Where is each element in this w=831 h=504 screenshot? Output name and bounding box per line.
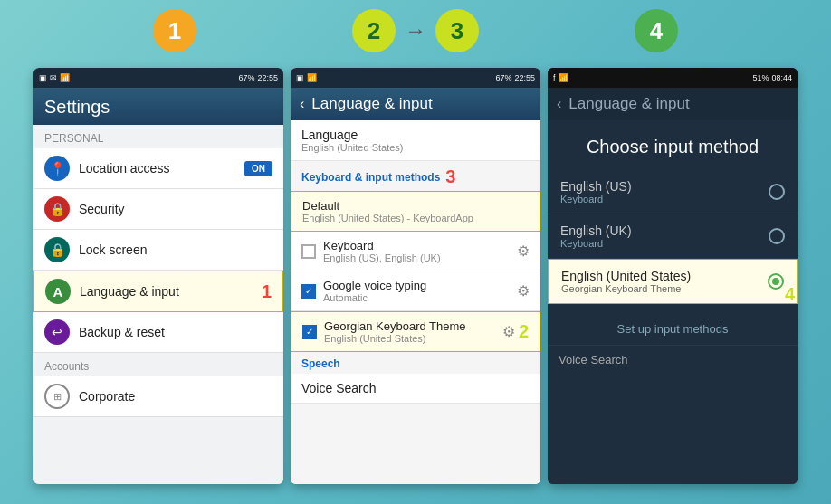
settings-item-language[interactable]: A Language & input 1 [33,271,283,312]
status-icons-left-3: f 📶 [553,73,568,82]
georgian-option-title: English (United States) [561,269,768,283]
step-badge-1: 1 [262,281,272,302]
en-uk-radio[interactable] [769,228,785,244]
battery-text-2: 67% [495,73,511,82]
default-title: Default [302,199,529,213]
corporate-icon: ⊞ [44,384,70,409]
georgian-sub: English (United States) [324,333,502,344]
google-voice-item[interactable]: ✓ Google voice typing Automatic ⚙ [291,271,540,311]
step-badge-2: 2 [519,321,529,342]
input-option-georgian[interactable]: English (United States) Georgian Keyboar… [548,259,798,304]
location-icon: 📍 [44,156,70,181]
step-circle-4: 4 [635,9,678,52]
section-accounts: Accounts [33,353,283,376]
language-item[interactable]: Language English (United States) [291,120,540,161]
keyboard-item[interactable]: ✓ Keyboard English (US), English (UK) ⚙ [291,232,540,271]
keyboard-gear-icon[interactable]: ⚙ [517,242,530,260]
language-icon: A [45,279,71,304]
backup-label: Backup & reset [79,325,272,339]
time-1: 22:55 [257,73,278,82]
step-badge-4: 4 [785,284,795,305]
mail-icon: ✉ [50,73,57,82]
keyboard-section-label: Keyboard & input methods [301,171,440,184]
en-uk-title: English (UK) [560,223,769,238]
choose-input-title: Choose input method [548,120,798,170]
settings-item-corporate[interactable]: ⊞ Corporate [33,376,283,417]
battery-text-3: 51% [752,73,769,82]
speech-section-label: Speech [301,357,340,370]
keyboard-title: Keyboard [323,239,517,252]
en-us-radio[interactable] [769,184,785,200]
default-sub: English (United States) - KeyboardApp [302,213,529,223]
screen-3-choose-input: f 📶 51% 08:44 ‹ Language & input Choose … [548,68,798,484]
step-badge-3: 3 [445,166,455,187]
location-label: Location access [79,161,244,176]
settings-title: Settings [44,97,272,118]
georgian-item[interactable]: ✓ Georgian Keyboard Theme English (Unite… [291,311,540,352]
georgian-gear-icon[interactable]: ⚙ [502,323,515,340]
default-keyboard-item[interactable]: Default English (United States) - Keyboa… [291,191,540,232]
google-voice-gear-icon[interactable]: ⚙ [517,282,530,300]
georgian-option-sub: Georgian Keyboard Theme [561,283,768,294]
backup-icon: ↩ [44,319,70,345]
battery-text-1: 67% [238,73,254,82]
speech-section-header: Speech [291,352,540,374]
step-arrow: → [405,18,426,43]
settings-header: Settings [33,88,283,125]
screen-1-settings: ▣ ✉ 📶 67% 22:55 Settings PERSONAL 📍 Loca… [33,68,283,484]
voice-search-item-2[interactable]: Voice Search [291,374,540,404]
settings-item-backup[interactable]: ↩ Backup & reset [33,312,283,353]
radio-dot [772,278,779,285]
keyboard-checkbox[interactable]: ✓ [301,244,316,259]
lock-screen-icon: 🔒 [44,237,70,262]
status-bar-2: ▣ 📶 67% 22:55 [291,68,540,88]
choose-content: Choose input method English (US) Keyboar… [548,120,798,484]
status-icons-right-1: 67% 22:55 [238,73,278,82]
back-arrow-2[interactable]: ‹ [300,96,304,112]
lang-content: Language English (United States) Keyboar… [291,120,540,484]
time-2: 22:55 [514,73,535,82]
en-us-title: English (US) [560,179,769,194]
status-icons-right-3: 51% 08:44 [752,73,792,82]
language-label: Language & input [80,284,258,299]
wifi-icon: 📶 [60,73,70,82]
settings-item-lock-screen[interactable]: 🔒 Lock screen [33,230,283,271]
language-item-sub: English (United States) [301,142,530,153]
georgian-radio[interactable] [768,273,784,290]
screen-2-language: ▣ 📶 67% 22:55 ‹ Language & input Languag… [291,68,540,484]
setup-link[interactable]: Set up input methods [548,304,798,345]
time-3: 08:44 [771,73,792,82]
input-option-en-us[interactable]: English (US) Keyboard [548,170,798,214]
notif-icon-2: ▣ [296,73,304,82]
keyboard-section-header: Keyboard & input methods 3 [291,161,540,191]
wifi-icon-3: 📶 [559,73,568,82]
voice-search-title-2: Voice Search [301,381,530,395]
step-circle-1: 1 [153,9,196,52]
georgian-checkbox[interactable]: ✓ [302,325,317,339]
keyboard-sub: English (US), English (UK) [323,252,517,263]
choose-header: ‹ Language & input [548,88,798,120]
screens-container: ▣ ✉ 📶 67% 22:55 Settings PERSONAL 📍 Loca… [9,68,822,499]
google-voice-checkbox[interactable]: ✓ [301,284,316,299]
location-toggle[interactable]: ON [244,161,272,176]
status-icons-left-1: ▣ ✉ 📶 [39,73,70,82]
settings-item-location[interactable]: 📍 Location access ON [33,148,283,189]
input-option-en-uk[interactable]: English (UK) Keyboard [548,214,798,259]
voice-search-item-3[interactable]: Voice Search [548,345,798,374]
en-uk-sub: Keyboard [560,238,769,249]
status-bar-3: f 📶 51% 08:44 [548,68,798,88]
status-icons-left-2: ▣ 📶 [296,73,317,82]
wifi-icon-2: 📶 [307,73,317,82]
security-label: Security [79,202,272,216]
language-item-title: Language [301,128,530,142]
step-circles-row: 1 2 → 3 4 [0,9,831,52]
lang-header: ‹ Language & input [291,88,540,120]
lang-header-title: Language & input [311,95,432,113]
notification-icon: ▣ [39,73,47,82]
back-arrow-3[interactable]: ‹ [557,96,561,112]
security-icon: 🔒 [44,196,70,222]
google-voice-title: Google voice typing [323,279,517,292]
settings-item-security[interactable]: 🔒 Security [33,189,283,230]
en-us-sub: Keyboard [560,194,769,204]
fb-icon: f [553,73,556,82]
